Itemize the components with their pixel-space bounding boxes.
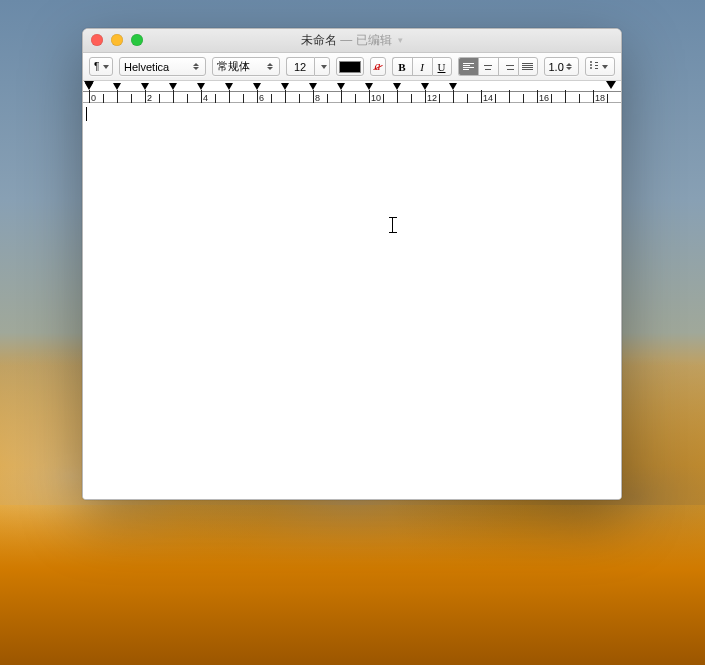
tab-stop-marker[interactable] bbox=[169, 83, 177, 90]
tab-stop-marker[interactable] bbox=[365, 83, 373, 90]
text-caret bbox=[86, 107, 87, 121]
font-size-dropdown[interactable] bbox=[314, 57, 330, 76]
ruler-label: 2 bbox=[147, 93, 152, 103]
paragraph-style-dropdown[interactable]: ¶ bbox=[89, 57, 113, 76]
tab-stop-marker[interactable] bbox=[225, 83, 233, 90]
bold-button[interactable]: B bbox=[392, 57, 412, 76]
font-family-dropdown[interactable]: Helvetica bbox=[119, 57, 206, 76]
mouse-ibeam-cursor bbox=[389, 217, 397, 233]
highlight-color-button[interactable]: a bbox=[370, 57, 386, 76]
ruler-label: 6 bbox=[259, 93, 264, 103]
align-right-button[interactable] bbox=[498, 57, 518, 76]
align-right-icon bbox=[503, 63, 514, 70]
tab-stop-marker[interactable] bbox=[253, 83, 261, 90]
title-separator: — bbox=[340, 33, 355, 47]
tab-stop-marker[interactable] bbox=[197, 83, 205, 90]
tab-stop-marker[interactable] bbox=[141, 83, 149, 90]
right-margin-marker[interactable] bbox=[606, 81, 616, 89]
window-title: 未命名 bbox=[301, 33, 337, 47]
window-subtitle: 已编辑 bbox=[356, 33, 392, 47]
text-area[interactable] bbox=[83, 103, 621, 499]
titlebar[interactable]: 未命名 — 已编辑 ▾ bbox=[83, 29, 621, 53]
tab-stop-marker[interactable] bbox=[113, 83, 121, 90]
italic-button[interactable]: I bbox=[412, 57, 432, 76]
tab-stop-marker[interactable] bbox=[421, 83, 429, 90]
underline-button[interactable]: U bbox=[432, 57, 452, 76]
font-size-field[interactable]: 12 bbox=[286, 57, 314, 76]
tab-stop-marker[interactable] bbox=[281, 83, 289, 90]
tab-stop-marker[interactable] bbox=[337, 83, 345, 90]
align-left-button[interactable] bbox=[458, 57, 478, 76]
ruler-label: 8 bbox=[315, 93, 320, 103]
ruler-label: 4 bbox=[203, 93, 208, 103]
tab-stop-marker[interactable] bbox=[449, 83, 457, 90]
ruler-label: 10 bbox=[371, 93, 381, 103]
text-style-segment: B I U bbox=[392, 57, 452, 76]
align-justify-button[interactable] bbox=[518, 57, 538, 76]
font-style-value: 常规体 bbox=[217, 59, 250, 74]
left-margin-marker[interactable] bbox=[84, 81, 94, 89]
line-spacing-dropdown[interactable]: 1.0 bbox=[544, 57, 580, 76]
align-center-icon bbox=[483, 63, 494, 70]
ruler-label: 14 bbox=[483, 93, 493, 103]
zoom-button[interactable] bbox=[131, 34, 143, 46]
ruler[interactable]: 024681012141618 bbox=[83, 81, 621, 103]
close-button[interactable] bbox=[91, 34, 103, 46]
traffic-light-buttons bbox=[91, 34, 143, 46]
font-family-value: Helvetica bbox=[124, 61, 169, 73]
ruler-label: 16 bbox=[539, 93, 549, 103]
text-color-button[interactable] bbox=[336, 57, 364, 76]
title-dropdown-icon[interactable]: ▾ bbox=[398, 35, 403, 45]
desktop-foliage bbox=[0, 505, 705, 665]
minimize-button[interactable] bbox=[111, 34, 123, 46]
alignment-segment bbox=[458, 57, 538, 76]
list-style-dropdown[interactable] bbox=[585, 57, 615, 76]
tab-stop-marker[interactable] bbox=[393, 83, 401, 90]
font-style-dropdown[interactable]: 常规体 bbox=[212, 57, 279, 76]
no-highlight-icon: a bbox=[375, 59, 381, 74]
font-size-value: 12 bbox=[294, 61, 306, 73]
pilcrow-icon: ¶ bbox=[94, 61, 99, 72]
tab-stop-marker[interactable] bbox=[309, 83, 317, 90]
align-left-icon bbox=[463, 63, 474, 70]
ruler-label: 0 bbox=[91, 93, 96, 103]
text-color-swatch bbox=[339, 61, 361, 73]
align-justify-icon bbox=[522, 63, 533, 70]
ruler-label: 12 bbox=[427, 93, 437, 103]
align-center-button[interactable] bbox=[478, 57, 498, 76]
formatting-toolbar: ¶ Helvetica 常规体 12 a B bbox=[83, 53, 621, 81]
ruler-label: 18 bbox=[595, 93, 605, 103]
line-spacing-value: 1.0 bbox=[549, 61, 564, 73]
list-icon bbox=[590, 62, 598, 71]
textedit-window: 未命名 — 已编辑 ▾ ¶ Helvetica 常规体 12 bbox=[82, 28, 622, 500]
